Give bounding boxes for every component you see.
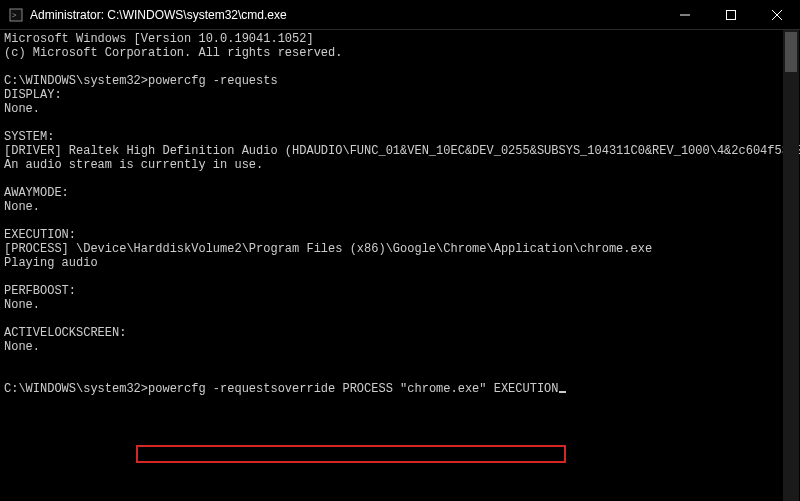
svg-text:>: > [12,11,17,20]
window-title: Administrator: C:\WINDOWS\system32\cmd.e… [30,8,662,22]
scrollbar[interactable] [783,30,799,501]
terminal-line: None. [4,102,796,116]
terminal-line [4,116,796,130]
terminal-line [4,354,796,368]
current-command: powercfg -requestsoverride PROCESS "chro… [148,382,558,396]
titlebar[interactable]: > Administrator: C:\WINDOWS\system32\cmd… [0,0,800,30]
scrollbar-thumb[interactable] [785,32,797,72]
terminal-line: [PROCESS] \Device\HarddiskVolume2\Progra… [4,242,796,256]
terminal-line: C:\WINDOWS\system32>powercfg -requests [4,74,796,88]
terminal-line: Microsoft Windows [Version 10.0.19041.10… [4,32,796,46]
terminal-line: PERFBOOST: [4,284,796,298]
svg-rect-3 [727,10,736,19]
terminal-line: EXECUTION: [4,228,796,242]
terminal-line: (c) Microsoft Corporation. All rights re… [4,46,796,60]
minimize-button[interactable] [662,0,708,29]
terminal-area[interactable]: Microsoft Windows [Version 10.0.19041.10… [0,30,800,501]
prompt: C:\WINDOWS\system32> [4,382,148,396]
cmd-window: > Administrator: C:\WINDOWS\system32\cmd… [0,0,800,501]
terminal-line: DISPLAY: [4,88,796,102]
terminal-line: AWAYMODE: [4,186,796,200]
terminal-line: Playing audio [4,256,796,270]
terminal-line: None. [4,298,796,312]
cursor [559,391,566,393]
terminal-line [4,312,796,326]
terminal-line [4,172,796,186]
terminal-line [4,270,796,284]
cmd-icon: > [8,7,24,23]
terminal-line: [DRIVER] Realtek High Definition Audio (… [4,144,796,158]
terminal-line: An audio stream is currently in use. [4,158,796,172]
terminal-line: None. [4,200,796,214]
terminal-line: SYSTEM: [4,130,796,144]
close-button[interactable] [754,0,800,29]
terminal-line: ACTIVELOCKSCREEN: [4,326,796,340]
window-controls [662,0,800,29]
terminal-line: None. [4,340,796,354]
terminal-line [4,368,796,382]
terminal-output: Microsoft Windows [Version 10.0.19041.10… [0,30,800,398]
terminal-prompt-line[interactable]: C:\WINDOWS\system32>powercfg -requestsov… [4,382,796,396]
maximize-button[interactable] [708,0,754,29]
terminal-line [4,60,796,74]
highlight-annotation [136,445,566,463]
terminal-line [4,214,796,228]
